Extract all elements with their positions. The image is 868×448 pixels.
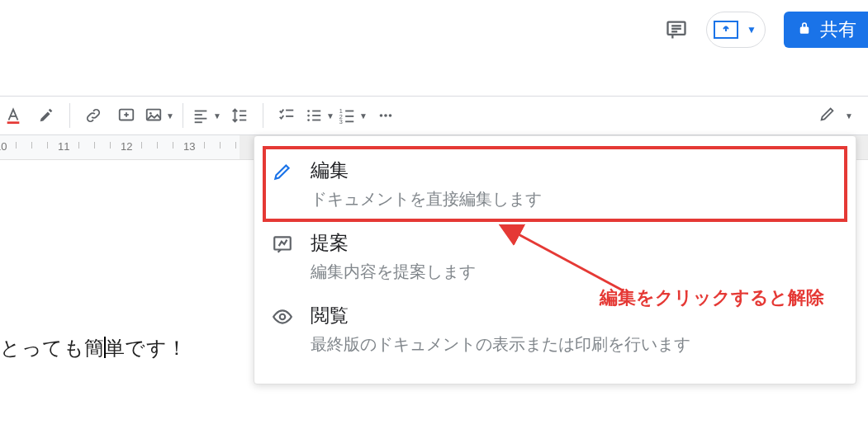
separator [263,103,263,128]
eye-icon [271,303,294,328]
share-button[interactable]: 共有 [784,12,868,48]
chevron-down-icon: ▼ [326,111,334,120]
chevron-down-icon: ▼ [213,111,221,120]
menu-item-desc: 最終版のドキュメントの表示または印刷を行います [311,333,690,356]
text-caret [104,337,106,358]
line-spacing-button[interactable] [225,101,254,130]
insert-image-button[interactable]: ▼ [145,101,174,130]
menu-item-desc: ドキュメントを直接編集します [311,188,542,210]
svg-point-22 [307,119,310,121]
mode-menu-item-edit[interactable]: 編集 ドキュメントを直接編集します [254,148,856,220]
svg-point-20 [307,110,310,112]
pencil-icon [271,158,294,182]
chevron-down-icon[interactable]: ▼ [742,24,761,35]
svg-point-33 [384,114,387,117]
present-icon [714,21,738,39]
toolbar: ▼ ▼ ▼ 123 ▼ ▼ [0,96,868,135]
svg-point-36 [280,314,286,320]
svg-point-10 [149,112,152,115]
insert-link-button[interactable] [78,101,108,130]
menu-item-desc: 編集内容を提案します [311,261,476,283]
checklist-button[interactable] [272,101,301,130]
more-button[interactable] [371,101,401,130]
chevron-down-icon: ▼ [166,111,174,120]
svg-point-34 [389,114,392,117]
present-button[interactable]: ▼ [706,12,766,48]
numbered-list-button[interactable]: 123 ▼ [338,101,368,130]
suggest-icon [271,230,294,255]
chevron-down-icon: ▼ [845,111,853,120]
separator [183,103,183,128]
text-before-caret: とっても簡 [0,337,105,359]
align-button[interactable]: ▼ [192,101,221,130]
mode-menu-item-view[interactable]: 閲覧 最終版のドキュメントの表示または印刷を行います [254,293,856,365]
share-label: 共有 [820,17,856,42]
lock-icon [797,19,812,40]
document-text[interactable]: とっても簡単です！ [0,333,187,361]
menu-item-title: 編集 [311,158,542,183]
svg-point-32 [380,114,383,117]
chevron-down-icon: ▼ [359,111,368,120]
mode-menu-item-suggest[interactable]: 提案 編集内容を提案します [254,220,856,293]
svg-rect-5 [7,121,20,124]
open-comments-icon[interactable] [665,18,688,41]
highlight-color-button[interactable] [31,101,61,130]
pencil-icon [818,105,837,126]
bulleted-list-button[interactable]: ▼ [305,101,334,130]
add-comment-button[interactable] [111,101,141,130]
separator [69,103,70,128]
editing-mode-menu: 編集 ドキュメントを直接編集します 提案 編集内容を提案します 閲覧 最終版のド… [254,135,856,384]
svg-point-21 [307,115,310,117]
editing-mode-button[interactable]: ▼ [818,101,853,130]
text-color-button[interactable] [0,101,28,130]
menu-item-title: 提案 [311,230,476,256]
svg-text:3: 3 [339,118,343,125]
menu-item-title: 閲覧 [311,303,690,328]
text-after-caret: 単です！ [105,337,187,359]
